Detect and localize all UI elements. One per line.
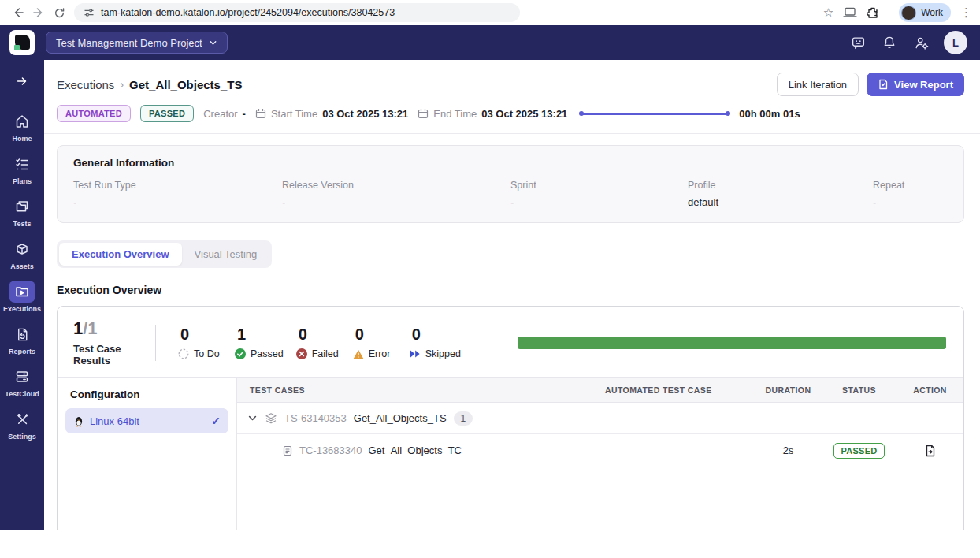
browser-profile-chip[interactable]: Work bbox=[899, 3, 951, 22]
stat-skipped: 0 Skipped bbox=[410, 326, 461, 359]
error-label: Error bbox=[369, 348, 391, 359]
field-value: - bbox=[73, 196, 282, 208]
general-information-panel: General Information Test Run Type - Rele… bbox=[57, 145, 964, 223]
col-test-cases: TEST CASES bbox=[237, 385, 605, 395]
sidebar-item-label: Tests bbox=[13, 220, 32, 228]
view-report-doc-icon bbox=[924, 445, 937, 457]
sidebar-item-label: Settings bbox=[8, 433, 36, 441]
stats-divider bbox=[155, 325, 156, 361]
chrome-separator bbox=[889, 6, 889, 19]
profile-avatar bbox=[901, 6, 916, 20]
bookmark-star-icon[interactable]: ☆ bbox=[823, 6, 833, 20]
test-case-action[interactable] bbox=[896, 445, 963, 457]
field-label: Release Version bbox=[282, 180, 510, 191]
passed-check-circle-icon bbox=[235, 348, 246, 359]
sidebar-expand-button[interactable] bbox=[9, 69, 35, 93]
sidebar-item-label: Executions bbox=[3, 305, 41, 313]
test-case-name: Get_All_Objects_TC bbox=[369, 445, 462, 456]
skipped-label: Skipped bbox=[425, 348, 461, 359]
user-settings-icon[interactable] bbox=[912, 34, 930, 51]
error-warning-triangle-icon bbox=[353, 349, 364, 359]
field-label: Profile bbox=[688, 180, 873, 191]
checklist-icon bbox=[9, 153, 35, 175]
browser-reload-button[interactable] bbox=[49, 2, 69, 23]
browser-forward-button[interactable] bbox=[28, 2, 49, 23]
sidebar-item-testcloud[interactable]: TestCloud bbox=[2, 366, 43, 398]
layers-icon bbox=[265, 412, 277, 425]
table-header-row: TEST CASES AUTOMATED TEST CASE DURATION … bbox=[237, 378, 963, 403]
sidebar-item-executions[interactable]: Executions bbox=[2, 281, 43, 313]
execution-overview-card: 1/1 Test Case Results 0 To Do 1 bbox=[57, 306, 964, 530]
sidebar-item-plans[interactable]: Plans bbox=[2, 153, 43, 185]
tab-visual-testing[interactable]: Visual Testing bbox=[182, 243, 270, 266]
browser-back-button[interactable] bbox=[8, 2, 28, 23]
user-avatar[interactable]: L bbox=[944, 31, 967, 54]
duration-value: 00h 00m 01s bbox=[739, 108, 800, 120]
sidebar-nav: Home Plans Tests Assets Executions Repor… bbox=[0, 60, 44, 530]
feedback-icon[interactable] bbox=[849, 34, 867, 51]
tab-execution-overview[interactable]: Execution Overview bbox=[59, 243, 182, 266]
suite-count-badge: 1 bbox=[454, 411, 473, 426]
configuration-item-linux[interactable]: Linux 64bit ✓ bbox=[65, 408, 228, 433]
stat-passed: 1 Passed bbox=[235, 326, 284, 359]
col-action: ACTION bbox=[896, 385, 963, 395]
test-cases-table: TEST CASES AUTOMATED TEST CASE DURATION … bbox=[237, 378, 963, 530]
test-suite-row[interactable]: TS-63140353 Get_All_Objects_TS 1 bbox=[237, 403, 963, 434]
sidebar-item-label: Home bbox=[12, 135, 32, 143]
automated-badge: AUTOMATED bbox=[57, 105, 131, 122]
col-status: STATUS bbox=[822, 385, 896, 395]
main-content: Executions › Get_All_Objects_TS Link Ite… bbox=[44, 60, 980, 530]
field-label: Repeat bbox=[873, 180, 948, 191]
header-divider bbox=[44, 133, 980, 134]
field-value: - bbox=[510, 196, 688, 208]
stat-error: 0 Error bbox=[353, 326, 397, 359]
project-selector[interactable]: Test Management Demo Project bbox=[46, 32, 228, 54]
skipped-fast-forward-icon bbox=[410, 349, 421, 359]
katalon-logo[interactable] bbox=[9, 30, 35, 55]
link-iteration-button[interactable]: Link Iteration bbox=[777, 73, 859, 96]
test-case-results-summary: 1/1 Test Case Results bbox=[73, 318, 155, 366]
field-sprint: Sprint - bbox=[510, 180, 688, 208]
field-release-version: Release Version - bbox=[282, 180, 510, 208]
sidebar-item-label: Plans bbox=[13, 177, 32, 185]
servers-icon bbox=[9, 366, 35, 388]
sidebar-item-home[interactable]: Home bbox=[2, 110, 43, 143]
col-duration: DURATION bbox=[755, 385, 822, 395]
breadcrumb-executions[interactable]: Executions bbox=[57, 78, 114, 91]
stat-failed: 0 Failed bbox=[296, 326, 340, 359]
results-current: 1 bbox=[73, 318, 83, 338]
site-controls-icon bbox=[84, 7, 95, 18]
failed-label: Failed bbox=[312, 348, 339, 359]
browser-chrome: tam-katalon-demo.katalon.io/project/2452… bbox=[0, 0, 980, 25]
report-doc-icon bbox=[9, 323, 35, 345]
profile-label: Work bbox=[921, 7, 943, 18]
page-title: Get_All_Objects_TS bbox=[129, 78, 242, 91]
sidebar-item-tests[interactable]: Tests bbox=[2, 195, 43, 228]
document-icon bbox=[282, 445, 293, 456]
sidebar-item-label: Assets bbox=[10, 262, 34, 270]
breadcrumb-separator: › bbox=[120, 78, 124, 91]
execution-meta-row: AUTOMATED PASSED Creator - Start Time 03… bbox=[44, 96, 980, 122]
field-value: - bbox=[282, 196, 510, 208]
field-value: default bbox=[688, 196, 873, 208]
notifications-bell-icon[interactable] bbox=[881, 34, 898, 51]
test-case-row[interactable]: TC-13683340 Get_All_Objects_TC 2s PASSED bbox=[237, 434, 963, 467]
passed-badge: PASSED bbox=[140, 105, 194, 122]
todo-label: To Do bbox=[194, 348, 220, 359]
browser-menu-icon[interactable]: ⋮ bbox=[960, 6, 972, 20]
url-bar[interactable]: tam-katalon-demo.katalon.io/project/2452… bbox=[74, 3, 520, 22]
reload-icon bbox=[54, 7, 65, 19]
sidebar-item-reports[interactable]: Reports bbox=[2, 323, 43, 355]
field-label: Sprint bbox=[510, 180, 688, 191]
laptop-icon[interactable] bbox=[843, 7, 857, 18]
project-selector-label: Test Management Demo Project bbox=[56, 37, 202, 49]
sidebar-item-assets[interactable]: Assets bbox=[2, 238, 43, 270]
field-profile: Profile default bbox=[688, 180, 873, 208]
start-time-label: Start Time bbox=[271, 108, 317, 120]
configuration-item-label: Linux 64bit bbox=[90, 415, 206, 427]
report-icon bbox=[878, 79, 889, 90]
sidebar-item-settings[interactable]: Settings bbox=[2, 408, 43, 441]
collapse-chevron-icon[interactable] bbox=[247, 413, 258, 423]
extensions-puzzle-icon[interactable] bbox=[867, 6, 879, 19]
view-report-button[interactable]: View Report bbox=[867, 73, 964, 96]
